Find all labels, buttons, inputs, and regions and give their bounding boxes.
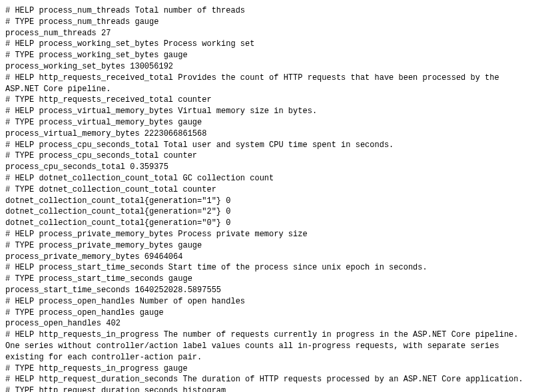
metrics-text-output: # HELP process_num_threads Total number … xyxy=(5,5,533,392)
